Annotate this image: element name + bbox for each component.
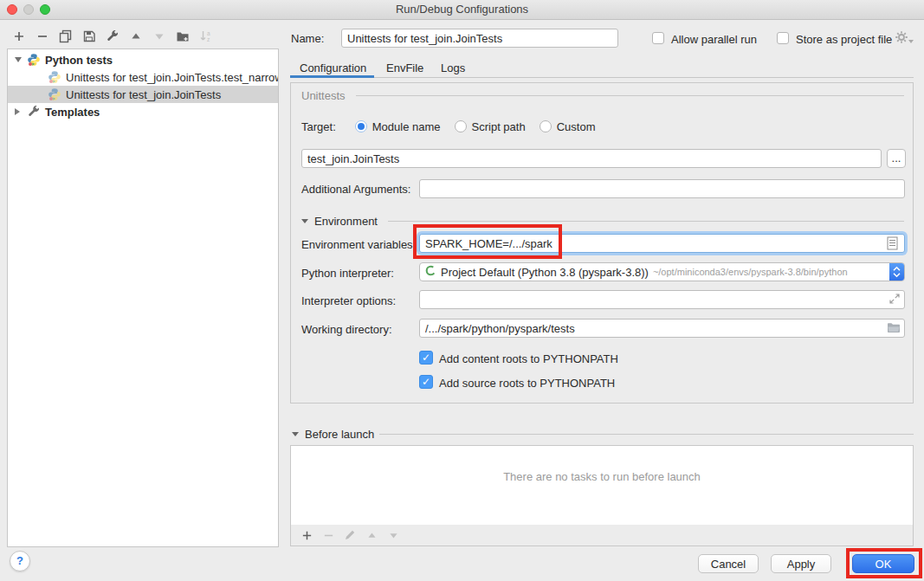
gear-icon[interactable] bbox=[895, 30, 914, 44]
environment-group-title: Environment bbox=[314, 215, 378, 228]
move-up-icon[interactable] bbox=[365, 528, 378, 542]
name-label: Name: bbox=[291, 32, 324, 45]
add-source-roots-checkbox[interactable]: ✓ bbox=[419, 375, 433, 389]
working-directory-input[interactable] bbox=[419, 319, 905, 338]
sort-icon[interactable]: az bbox=[199, 29, 213, 43]
new-folder-icon[interactable] bbox=[176, 29, 190, 43]
group-divider bbox=[356, 95, 904, 96]
name-input[interactable] bbox=[341, 29, 618, 48]
python-interpreter-select[interactable]: Project Default (Python 3.8 (pyspark-3.8… bbox=[419, 262, 905, 281]
sidebar-toolbar: az bbox=[12, 28, 213, 45]
move-down-icon[interactable] bbox=[386, 528, 400, 542]
target-radio-group: Target: Module name Script path Custom bbox=[301, 118, 609, 135]
close-button[interactable] bbox=[7, 4, 17, 15]
python-tests-icon bbox=[27, 53, 41, 67]
tab-configuration[interactable]: Configuration bbox=[300, 61, 366, 74]
environment-group-header[interactable]: Environment bbox=[301, 215, 378, 228]
working-directory-label: Working directory: bbox=[301, 323, 392, 336]
copy-icon[interactable] bbox=[59, 29, 73, 43]
config-tree-panel: Python tests Unittests for test_join.Joi… bbox=[7, 48, 279, 547]
allow-parallel-run-label: Allow parallel run bbox=[671, 33, 757, 46]
edit-templates-icon[interactable] bbox=[106, 29, 120, 43]
tree-item-templates[interactable]: Templates bbox=[8, 103, 278, 120]
before-launch-title: Before launch bbox=[305, 428, 374, 441]
unittests-group-title: Unittests bbox=[301, 89, 346, 102]
apply-button[interactable]: Apply bbox=[771, 554, 831, 573]
group-divider bbox=[379, 434, 914, 435]
tabs-divider bbox=[290, 77, 914, 78]
active-tab-underline bbox=[290, 75, 374, 78]
chevron-right-icon[interactable] bbox=[15, 108, 27, 115]
add-source-roots-label: Add source roots to PYTHONPATH bbox=[439, 377, 615, 390]
help-button[interactable]: ? bbox=[10, 551, 30, 571]
add-icon[interactable] bbox=[12, 29, 26, 43]
svg-text:a: a bbox=[207, 30, 210, 36]
store-as-project-file-checkbox[interactable] bbox=[777, 32, 789, 44]
run-debug-configurations-dialog: Run/Debug Configurations az Python tests… bbox=[0, 0, 924, 581]
radio-icon[interactable] bbox=[540, 120, 552, 132]
radio-label: Script path bbox=[472, 120, 526, 133]
interpreter-path: ~/opt/miniconda3/envs/pyspark-3.8/bin/py… bbox=[653, 267, 889, 277]
group-divider bbox=[388, 221, 904, 222]
edit-variables-icon[interactable] bbox=[887, 236, 898, 250]
add-icon[interactable] bbox=[300, 528, 313, 542]
collapse-triangle-icon[interactable] bbox=[301, 219, 308, 223]
target-value-input[interactable] bbox=[301, 149, 882, 168]
tree-item-label: Unittests for test_join.JoinTests bbox=[66, 88, 221, 101]
titlebar: Run/Debug Configurations bbox=[0, 0, 924, 20]
before-launch-header[interactable]: Before launch bbox=[292, 428, 374, 441]
store-as-project-file-label: Store as project file bbox=[796, 33, 892, 46]
configuration-form-panel: Unittests Target: Module name Script pat… bbox=[290, 82, 914, 403]
tree-item-python-tests[interactable]: Python tests bbox=[8, 51, 278, 68]
edit-icon[interactable] bbox=[343, 528, 357, 542]
remove-icon[interactable] bbox=[321, 528, 335, 542]
tree-item-unittests-jointests[interactable]: Unittests for test_join.JoinTests bbox=[8, 86, 278, 103]
zoom-button[interactable] bbox=[40, 4, 50, 15]
window-title: Run/Debug Configurations bbox=[0, 0, 924, 19]
add-content-roots-checkbox[interactable]: ✓ bbox=[419, 351, 433, 365]
move-down-icon[interactable] bbox=[152, 29, 166, 43]
browse-folder-icon[interactable] bbox=[887, 322, 901, 333]
browse-target-button[interactable]: ... bbox=[887, 149, 906, 168]
svg-text:z: z bbox=[207, 36, 210, 42]
tree-item-label: Python tests bbox=[45, 54, 113, 67]
tab-envfile[interactable]: EnvFile bbox=[386, 61, 423, 74]
radio-label: Module name bbox=[372, 120, 441, 133]
target-option-custom[interactable]: Custom bbox=[540, 120, 596, 133]
python-test-config-icon bbox=[48, 87, 61, 101]
radio-label: Custom bbox=[557, 120, 596, 133]
before-launch-toolbar bbox=[290, 525, 914, 546]
target-option-module-name[interactable]: Module name bbox=[355, 120, 441, 133]
environment-variables-input[interactable] bbox=[419, 234, 905, 253]
add-content-roots-label: Add content roots to PYTHONPATH bbox=[439, 352, 618, 365]
radio-icon[interactable] bbox=[455, 120, 467, 132]
tab-logs[interactable]: Logs bbox=[441, 61, 465, 74]
python-test-config-icon bbox=[48, 70, 61, 84]
dropdown-stepper-icon[interactable] bbox=[889, 262, 904, 281]
tree-item-label: Unittests for test_join.JoinTests.test_n… bbox=[66, 71, 278, 84]
expand-field-icon[interactable] bbox=[888, 293, 901, 305]
ok-button[interactable]: OK bbox=[852, 554, 914, 573]
save-icon[interactable] bbox=[82, 29, 96, 43]
allow-parallel-run-checkbox[interactable] bbox=[652, 32, 664, 44]
interpreter-options-label: Interpreter options: bbox=[301, 294, 396, 307]
additional-arguments-label: Additional Arguments: bbox=[301, 183, 410, 196]
no-tasks-message: There are no tasks to run before launch bbox=[291, 470, 913, 483]
minimize-button[interactable] bbox=[23, 4, 34, 15]
python-interpreter-label: Python interpreter: bbox=[301, 267, 394, 280]
collapse-triangle-icon[interactable] bbox=[292, 432, 299, 436]
wrench-icon bbox=[27, 105, 41, 119]
environment-variables-label: Environment variables: bbox=[301, 238, 416, 251]
additional-arguments-input[interactable] bbox=[419, 179, 905, 198]
interpreter-options-input[interactable] bbox=[419, 290, 905, 309]
target-option-script-path[interactable]: Script path bbox=[455, 120, 526, 133]
remove-icon[interactable] bbox=[36, 29, 49, 43]
cancel-button[interactable]: Cancel bbox=[698, 554, 759, 573]
move-up-icon[interactable] bbox=[129, 29, 143, 43]
tree-item-label: Templates bbox=[45, 106, 100, 119]
tree-item-unittests-test-narrow[interactable]: Unittests for test_join.JoinTests.test_n… bbox=[8, 68, 278, 86]
radio-selected-icon[interactable] bbox=[355, 120, 367, 132]
target-label: Target: bbox=[301, 120, 336, 133]
chevron-down-icon[interactable] bbox=[15, 57, 27, 62]
before-launch-task-list: There are no tasks to run before launch bbox=[290, 445, 914, 526]
